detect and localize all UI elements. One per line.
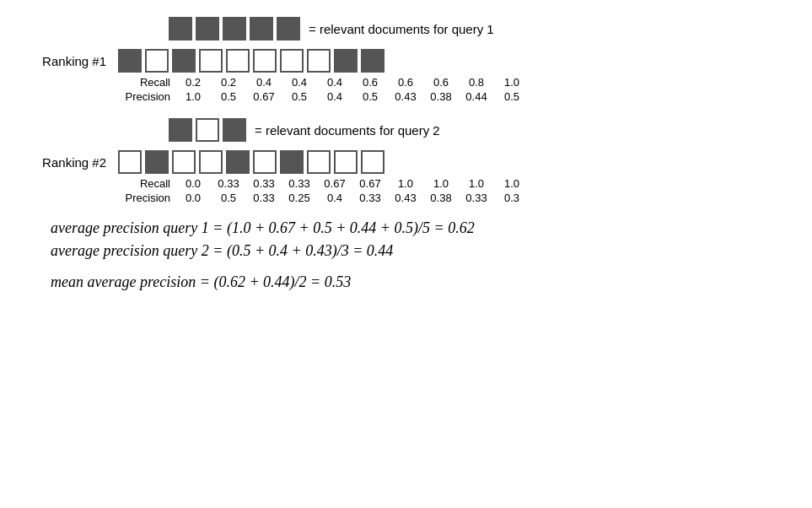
r2-recall-3: 0.33 bbox=[246, 177, 282, 190]
r2-box-4 bbox=[199, 150, 223, 174]
r1-box-4 bbox=[199, 49, 223, 73]
r1-prec-7: 0.43 bbox=[388, 90, 423, 103]
r2-recall-9: 1.0 bbox=[459, 177, 494, 190]
ranking1-row: Ranking #1 bbox=[34, 49, 778, 73]
r1-recall-6: 0.6 bbox=[352, 76, 388, 89]
r1-box-10 bbox=[361, 49, 384, 73]
r2-prec-9: 0.33 bbox=[459, 192, 494, 204]
query2-legend-text: = relevant documents for query 2 bbox=[255, 123, 440, 138]
r2-prec-3: 0.33 bbox=[246, 192, 282, 204]
r2-recall-5: 0.67 bbox=[317, 177, 352, 190]
formulas-section: average precision query 1 = (1.0 + 0.67 … bbox=[51, 219, 778, 291]
r1-prec-10: 0.5 bbox=[494, 90, 530, 103]
r2-recall-7: 1.0 bbox=[388, 177, 423, 190]
r1-prec-3: 0.67 bbox=[246, 90, 282, 103]
legend-box-3 bbox=[223, 17, 246, 41]
r2-prec-1: 0.0 bbox=[175, 192, 211, 204]
r1-recall-3: 0.4 bbox=[246, 76, 282, 89]
query2-legend-boxes bbox=[169, 118, 246, 142]
legend-box-5 bbox=[277, 17, 300, 41]
ranking2-row: Ranking #2 bbox=[34, 150, 778, 174]
r2-prec-7: 0.43 bbox=[388, 192, 423, 204]
precision1-label: Precision bbox=[118, 90, 175, 103]
r2-recall-8: 1.0 bbox=[423, 177, 459, 190]
r1-recall-7: 0.6 bbox=[388, 76, 423, 89]
legend-box-2 bbox=[196, 17, 219, 41]
r1-prec-1: 1.0 bbox=[175, 90, 211, 103]
precision2-values: 0.0 0.5 0.33 0.25 0.4 0.33 0.43 0.38 0.3… bbox=[175, 192, 530, 204]
r1-recall-10: 1.0 bbox=[494, 76, 530, 89]
r1-prec-2: 0.5 bbox=[211, 90, 246, 103]
r1-box-7 bbox=[280, 49, 304, 73]
r1-box-1 bbox=[118, 49, 142, 73]
r1-prec-4: 0.5 bbox=[282, 90, 317, 103]
r1-box-9 bbox=[334, 49, 358, 73]
r2-recall-6: 0.67 bbox=[352, 177, 388, 190]
r2-box-1 bbox=[118, 150, 142, 174]
recall1-label: Recall bbox=[118, 76, 175, 89]
r2-box-5 bbox=[226, 150, 250, 174]
recall2-values: 0.0 0.33 0.33 0.33 0.67 0.67 1.0 1.0 1.0… bbox=[175, 177, 530, 190]
r1-recall-9: 0.8 bbox=[459, 76, 494, 89]
query1-section: = relevant documents for query 1 Ranking… bbox=[34, 17, 778, 103]
q2-legend-box-1 bbox=[169, 118, 192, 142]
ap2-formula: average precision query 2 = (0.5 + 0.4 +… bbox=[51, 242, 778, 260]
query2-legend: = relevant documents for query 2 bbox=[169, 118, 778, 142]
r2-recall-4: 0.33 bbox=[282, 177, 317, 190]
query1-legend-text: = relevant documents for query 1 bbox=[309, 22, 494, 36]
r2-box-8 bbox=[307, 150, 331, 174]
r2-box-7 bbox=[280, 150, 304, 174]
r2-box-6 bbox=[253, 150, 277, 174]
ranking2-boxes bbox=[118, 150, 384, 174]
r2-recall-10: 1.0 bbox=[494, 177, 530, 190]
map-formula: mean average precision = (0.62 + 0.44)/2… bbox=[51, 273, 778, 291]
r1-box-5 bbox=[226, 49, 250, 73]
r1-prec-5: 0.4 bbox=[317, 90, 352, 103]
legend-box-1 bbox=[169, 17, 192, 41]
r2-prec-5: 0.4 bbox=[317, 192, 352, 204]
r2-box-9 bbox=[334, 150, 358, 174]
r2-recall-1: 0.0 bbox=[175, 177, 211, 190]
r2-prec-2: 0.5 bbox=[211, 192, 246, 204]
legend-box-4 bbox=[250, 17, 273, 41]
r1-box-8 bbox=[307, 49, 331, 73]
r1-recall-4: 0.4 bbox=[282, 76, 317, 89]
query1-recall-row: Recall 0.2 0.2 0.4 0.4 0.4 0.6 0.6 0.6 0… bbox=[118, 76, 778, 89]
r1-recall-5: 0.4 bbox=[317, 76, 352, 89]
r2-prec-6: 0.33 bbox=[352, 192, 388, 204]
r1-recall-8: 0.6 bbox=[423, 76, 459, 89]
r2-prec-10: 0.3 bbox=[494, 192, 530, 204]
r1-recall-2: 0.2 bbox=[211, 76, 246, 89]
r2-box-2 bbox=[145, 150, 169, 174]
precision2-label: Precision bbox=[118, 192, 175, 204]
query2-section: = relevant documents for query 2 Ranking… bbox=[34, 118, 778, 204]
r2-prec-4: 0.25 bbox=[282, 192, 317, 204]
r1-prec-9: 0.44 bbox=[459, 90, 494, 103]
query2-precision-row: Precision 0.0 0.5 0.33 0.25 0.4 0.33 0.4… bbox=[118, 192, 778, 204]
query1-legend: = relevant documents for query 1 bbox=[169, 17, 778, 41]
query1-legend-boxes bbox=[169, 17, 300, 41]
r1-box-6 bbox=[253, 49, 277, 73]
r2-box-10 bbox=[361, 150, 384, 174]
q2-legend-box-3 bbox=[223, 118, 246, 142]
query2-recall-row: Recall 0.0 0.33 0.33 0.33 0.67 0.67 1.0 … bbox=[118, 177, 778, 190]
q2-legend-box-2 bbox=[196, 118, 219, 142]
r1-box-3 bbox=[172, 49, 196, 73]
ranking1-boxes bbox=[118, 49, 384, 73]
r2-recall-2: 0.33 bbox=[211, 177, 246, 190]
r1-box-2 bbox=[145, 49, 169, 73]
ranking1-label: Ranking #1 bbox=[34, 54, 118, 68]
r2-prec-8: 0.38 bbox=[423, 192, 459, 204]
ranking2-label: Ranking #2 bbox=[34, 155, 118, 170]
r1-recall-1: 0.2 bbox=[175, 76, 211, 89]
recall2-label: Recall bbox=[118, 177, 175, 190]
query1-precision-row: Precision 1.0 0.5 0.67 0.5 0.4 0.5 0.43 … bbox=[118, 90, 778, 103]
ap1-formula: average precision query 1 = (1.0 + 0.67 … bbox=[51, 219, 778, 237]
r1-prec-6: 0.5 bbox=[352, 90, 388, 103]
precision1-values: 1.0 0.5 0.67 0.5 0.4 0.5 0.43 0.38 0.44 … bbox=[175, 90, 530, 103]
recall1-values: 0.2 0.2 0.4 0.4 0.4 0.6 0.6 0.6 0.8 1.0 bbox=[175, 76, 530, 89]
r2-box-3 bbox=[172, 150, 196, 174]
r1-prec-8: 0.38 bbox=[423, 90, 459, 103]
